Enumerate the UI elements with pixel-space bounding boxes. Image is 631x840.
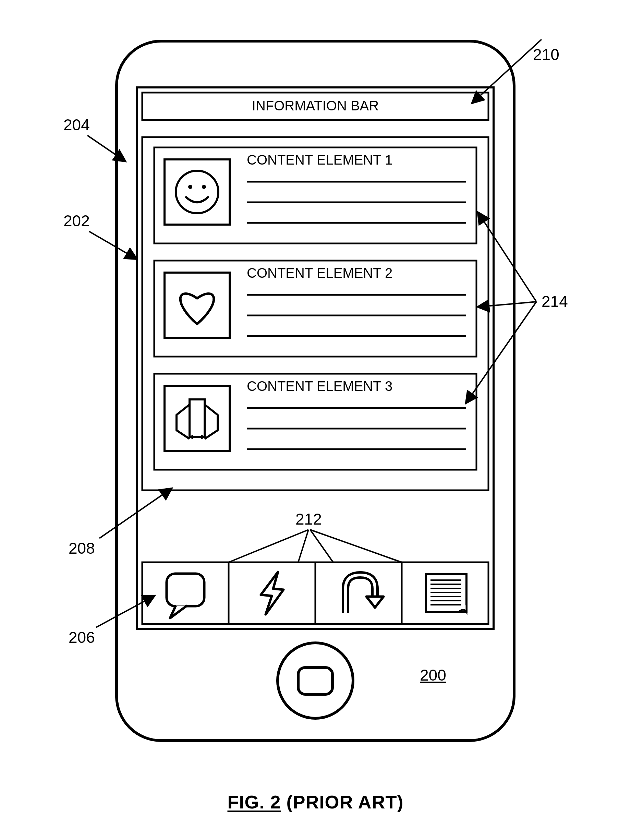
content-element-3[interactable]: CONTENT ELEMENT 3 xyxy=(154,374,476,470)
content-element-2-title: CONTENT ELEMENT 2 xyxy=(247,265,393,281)
svg-text:202: 202 xyxy=(63,212,90,230)
svg-text:200: 200 xyxy=(420,666,446,684)
content-element-1[interactable]: CONTENT ELEMENT 1 xyxy=(154,147,476,243)
content-element-1-title: CONTENT ELEMENT 1 xyxy=(247,152,393,167)
content-element-2[interactable]: CONTENT ELEMENT 2 xyxy=(154,261,476,357)
figure-number: FIG. 2 xyxy=(227,792,281,812)
nav-item-document[interactable] xyxy=(426,574,467,612)
svg-text:208: 208 xyxy=(69,539,95,557)
figure-suffix: (PRIOR ART) xyxy=(281,792,404,812)
navigation-bar xyxy=(142,562,488,624)
figure-caption: FIG. 2 (PRIOR ART) xyxy=(0,791,631,813)
svg-text:214: 214 xyxy=(541,292,568,310)
svg-point-7 xyxy=(202,185,206,189)
information-bar-title: INFORMATION BAR xyxy=(252,98,379,113)
document-icon xyxy=(426,574,467,612)
svg-text:204: 204 xyxy=(63,116,90,134)
svg-text:206: 206 xyxy=(69,628,95,646)
avatar-box-2 xyxy=(164,273,230,338)
home-button[interactable] xyxy=(278,643,353,718)
ref-200: 200 xyxy=(420,666,446,684)
svg-text:212: 212 xyxy=(295,510,322,528)
svg-text:210: 210 xyxy=(533,46,559,63)
content-element-3-title: CONTENT ELEMENT 3 xyxy=(247,379,393,393)
patent-figure: INFORMATION BAR CONTENT ELEMENT 1 xyxy=(0,0,631,840)
avatar-box-1 xyxy=(164,159,230,224)
svg-point-6 xyxy=(188,185,192,189)
home-button-glyph-icon xyxy=(298,668,333,694)
avatar-box-3 xyxy=(164,386,230,451)
content-container: CONTENT ELEMENT 1 CONTENT ELEMENT 2 xyxy=(142,137,488,490)
information-bar: INFORMATION BAR xyxy=(142,93,488,120)
